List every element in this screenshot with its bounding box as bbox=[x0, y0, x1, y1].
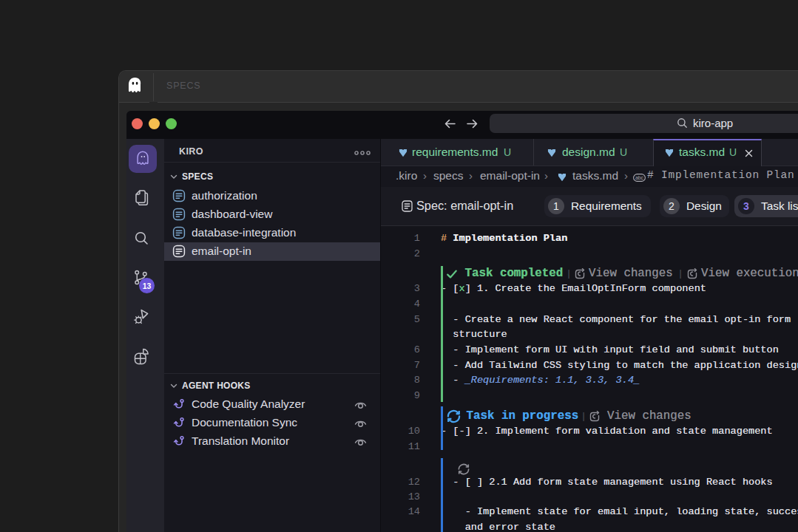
svg-text:abc: abc bbox=[635, 175, 644, 180]
